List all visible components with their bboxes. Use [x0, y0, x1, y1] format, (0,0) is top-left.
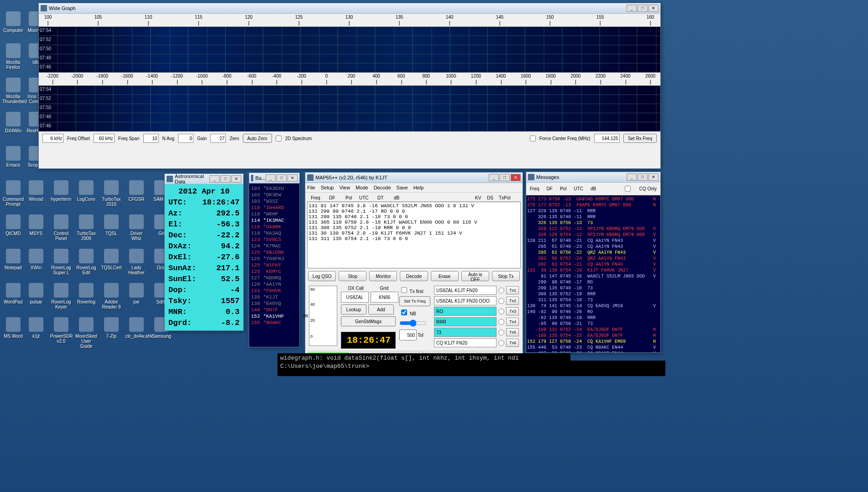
- monitor-button[interactable]: Monitor: [369, 271, 397, 281]
- desktop-icon-dx4win[interactable]: DX4Win: [2, 112, 24, 133]
- tx-radio-4[interactable]: [498, 319, 504, 325]
- genstdmsgs-button[interactable]: GenStdMsgs: [341, 316, 396, 326]
- tx6-button[interactable]: Tx6: [506, 339, 519, 347]
- desktop-icon-clc_dx4w.ahk[interactable]: clc_dx4w.ahk: [125, 317, 147, 339]
- close-button[interactable]: ✕: [288, 174, 298, 182]
- tx1-button[interactable]: Tx1: [506, 286, 519, 294]
- maximize-button[interactable]: □: [638, 5, 648, 12]
- desktop-icon-cfgsr[interactable]: CFGSR: [125, 180, 147, 202]
- force-center-checkbox[interactable]: [530, 136, 536, 141]
- close-button[interactable]: ✕: [511, 174, 521, 181]
- minimize-button[interactable]: _: [627, 5, 637, 12]
- tol-input[interactable]: [399, 330, 417, 340]
- add-button[interactable]: Add: [368, 304, 394, 314]
- tx-msg-4[interactable]: [434, 317, 497, 326]
- tx-msg-2[interactable]: [434, 296, 497, 305]
- desktop-icon-hyperterm[interactable]: hyperterm: [50, 180, 72, 202]
- messages-list[interactable]: 275 173 0750 -13 UA9YAD K6MYC DM07 OOO N…: [526, 195, 660, 352]
- desktop-icon-notepad[interactable]: Notepad: [2, 249, 24, 270]
- 2d-spectrum-checkbox[interactable]: [276, 136, 282, 141]
- desktop-icon-mozilla-thunderbird[interactable]: Mozilla Thunderbird: [2, 78, 24, 104]
- lookup-button[interactable]: Lookup: [341, 304, 366, 314]
- tx-radio-6[interactable]: [498, 340, 504, 346]
- desktop-icon-qtcmd[interactable]: QtCMD: [2, 215, 24, 236]
- console-window[interactable]: widegraph.h: void dataSink2(float s[], i…: [277, 353, 570, 376]
- decode-text[interactable]: 131 91 147 0745 3.0 -16 WA8CLT S52LM JN6…: [307, 202, 521, 268]
- minimize-button[interactable]: _: [627, 173, 637, 181]
- stop-tx-button[interactable]: Stop Tx: [492, 271, 520, 281]
- nb-checkbox[interactable]: [401, 309, 407, 315]
- desktop-icon-turbotax-2009[interactable]: TurboTax 2009: [75, 215, 97, 241]
- close-button[interactable]: ✕: [648, 173, 659, 181]
- maximize-button[interactable]: □: [638, 173, 648, 181]
- set-tx-freq-button[interactable]: Set Tx Freq: [399, 296, 430, 306]
- tx-msg-6[interactable]: [434, 338, 497, 347]
- log-qso-button[interactable]: Log QSO: [308, 271, 336, 281]
- tx-first-checkbox[interactable]: [401, 287, 407, 293]
- auto-zero-button[interactable]: Auto Zero: [243, 134, 272, 143]
- desktop-icon-emacs[interactable]: Emacs: [2, 146, 24, 167]
- messages-titlebar[interactable]: Messages _□✕: [526, 172, 660, 183]
- desktop-icon-roverlog-super-l[interactable]: RoverLog Super L: [50, 249, 72, 275]
- force-center-input[interactable]: [594, 134, 620, 143]
- tx-radio-1[interactable]: [498, 288, 504, 293]
- menu-decode[interactable]: Decode: [374, 185, 391, 190]
- desktop-icon-control-panel[interactable]: Control Panel: [50, 215, 72, 241]
- map65-titlebar[interactable]: MAP65++ (v2.20, r546) by K1JT _□✕: [305, 173, 523, 183]
- desktop-icon-wordpad[interactable]: WordPad: [2, 283, 24, 304]
- grid-input[interactable]: [371, 292, 398, 303]
- close-button[interactable]: ✕: [648, 5, 659, 12]
- desktop-icon-ms-word[interactable]: MS Word: [2, 317, 24, 339]
- desktop-icon-adobe-reader-9[interactable]: Adobe Reader 9: [100, 283, 122, 309]
- desktop-icon-turbotax-2010[interactable]: TurboTax 2010: [100, 180, 122, 207]
- desktop-icon-moonsked-user-guide[interactable]: MoonSked User Guide: [75, 317, 97, 349]
- menu-file[interactable]: File: [307, 185, 315, 190]
- set-rx-freq-button[interactable]: Set Rx Freq: [623, 134, 657, 143]
- tx-radio-5[interactable]: [498, 330, 504, 335]
- desktop-icon-command-prompt[interactable]: Command Prompt: [2, 180, 24, 207]
- console-window-2[interactable]: [570, 361, 665, 376]
- menu-setup[interactable]: Setup: [321, 185, 334, 190]
- waterfall-upper[interactable]: 07:5407:5207:5007:4807:46: [39, 27, 660, 73]
- band-titlebar[interactable]: Ba... _□✕: [249, 173, 299, 183]
- maximize-button[interactable]: □: [500, 174, 510, 181]
- desktop-icon-pulsar[interactable]: pulsar: [25, 283, 47, 304]
- desktop-icon-lady-heather[interactable]: Lady Heather: [125, 249, 147, 275]
- astro-titlebar[interactable]: Astronomical Data _□✕: [165, 174, 243, 184]
- tx-radio-3[interactable]: [498, 309, 504, 314]
- tx3-button[interactable]: Tx3: [506, 307, 519, 315]
- desktop-icon-joe[interactable]: joe: [125, 283, 147, 304]
- minimize-button[interactable]: _: [489, 174, 499, 181]
- desktop-icon-logconv[interactable]: LogConv: [75, 180, 97, 202]
- desktop-icon-winrad[interactable]: Winrad: [25, 180, 47, 202]
- minimize-button[interactable]: _: [266, 174, 276, 182]
- desktop-icon-xwin[interactable]: XWin: [25, 249, 47, 270]
- desktop-icon-msys[interactable]: MSYS: [25, 215, 47, 236]
- tx-msg-5[interactable]: [434, 328, 497, 337]
- navg-input[interactable]: [178, 134, 193, 143]
- dx-call-input[interactable]: [341, 292, 369, 303]
- gain-input[interactable]: [210, 134, 226, 143]
- desktop-icon-tqsl[interactable]: TQSL: [100, 215, 122, 236]
- desktop-icon-tqslcert[interactable]: TQSLCert: [100, 249, 122, 270]
- tx-radio-2[interactable]: [498, 298, 504, 304]
- menu-save[interactable]: Save: [397, 185, 408, 190]
- minimize-button[interactable]: _: [209, 175, 220, 183]
- desktop-icon-computer[interactable]: Computer: [2, 11, 24, 33]
- menu-mode[interactable]: Mode: [356, 185, 368, 190]
- menu-view[interactable]: View: [339, 185, 350, 190]
- desktop-icon-powersdr-v2.0[interactable]: PowerSDR v2.0: [50, 317, 72, 344]
- decode-button[interactable]: Decode: [400, 271, 428, 281]
- tx4-button[interactable]: Tx4: [506, 318, 519, 326]
- desktop-icon-driver-whiz[interactable]: Driver Whiz: [125, 215, 147, 241]
- desktop-icon-roverlog-edit[interactable]: RoverLog Edit: [75, 249, 97, 275]
- tx-msg-3[interactable]: [434, 307, 497, 316]
- tx5-button[interactable]: Tx5: [506, 328, 519, 336]
- erase-button[interactable]: Erase: [431, 271, 459, 281]
- close-button[interactable]: ✕: [231, 175, 241, 183]
- freq-offset-input[interactable]: [94, 134, 115, 143]
- wide-graph-titlebar[interactable]: Wide Graph _ □ ✕: [39, 3, 660, 14]
- desktop-icon-mozilla-firefox[interactable]: Mozilla Firefox: [2, 43, 24, 70]
- nb-slider[interactable]: [399, 319, 427, 327]
- desktop-icon-roverlog[interactable]: Roverlog: [75, 283, 97, 304]
